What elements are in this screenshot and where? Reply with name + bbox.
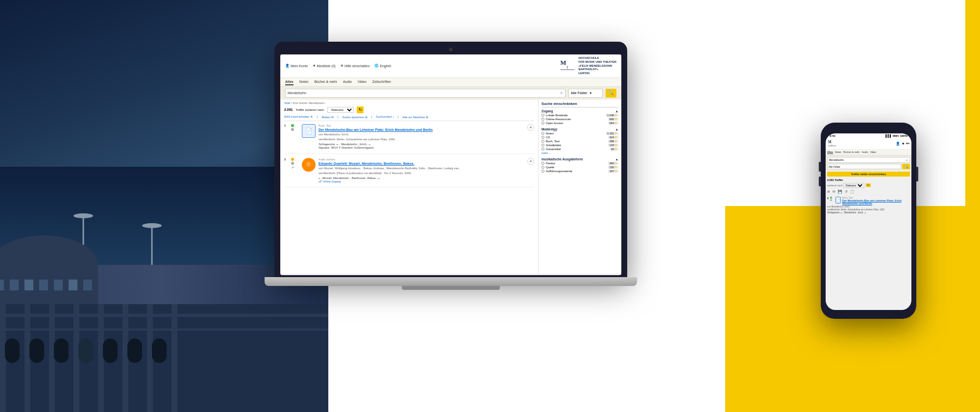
phone-nav-noten[interactable]: Noten bbox=[835, 151, 841, 154]
filter-radio-auffuehrung[interactable] bbox=[541, 170, 544, 173]
phone-sort-select[interactable]: Relevanz bbox=[843, 183, 864, 188]
filter-radio-openaccess[interactable] bbox=[541, 122, 544, 125]
bookmark-button-1[interactable]: ★ bbox=[527, 124, 534, 131]
bookmark-button-2[interactable]: ★ bbox=[527, 158, 534, 165]
filter-count-lokale: 1.430 ✕ bbox=[606, 114, 618, 117]
results-toolbar: RSS-Feed erhalten ᗑ | Mailen ✉ | Suche s… bbox=[284, 115, 534, 121]
collapse-icon-zugang[interactable]: ▲ bbox=[615, 109, 618, 113]
nav-noten[interactable]: Noten bbox=[299, 79, 309, 85]
breadcrumb-home[interactable]: Start bbox=[284, 102, 291, 104]
phone-result-1-title[interactable]: Der Mendelsohn-Bau am Lehniner Platz: Er… bbox=[842, 199, 910, 205]
svg-rect-29 bbox=[78, 338, 93, 363]
phone-search-button[interactable]: 🔍 bbox=[902, 164, 910, 169]
language-link[interactable]: 🌐 English bbox=[374, 64, 391, 68]
sort-select[interactable]: Relevanz bbox=[327, 107, 354, 113]
filter-radio-partitur[interactable] bbox=[541, 162, 544, 165]
nav-audio[interactable]: Audio bbox=[343, 79, 352, 85]
filter-count-online: 600 ✕ bbox=[608, 118, 618, 121]
search-button[interactable]: 🔍 bbox=[606, 89, 616, 98]
svg-rect-21 bbox=[74, 304, 79, 412]
phone-star-icon[interactable]: ★ bbox=[902, 142, 905, 146]
phone-refresh-icon[interactable]: ↻ bbox=[866, 183, 871, 187]
result-number-2: 2 bbox=[284, 158, 288, 183]
collapse-icon-ausgabeform[interactable]: ▲ bbox=[615, 157, 618, 161]
phone-rss-icon[interactable]: ⊕ bbox=[827, 190, 830, 194]
svg-rect-8 bbox=[0, 280, 4, 290]
filter-remove-openaccess[interactable]: ✕ bbox=[614, 122, 617, 125]
sort-label: Treffer sortieren nach: bbox=[296, 108, 325, 111]
phone-nav-audio[interactable]: Audio bbox=[862, 151, 868, 154]
phone-history-icon[interactable]: ↺ bbox=[845, 190, 848, 194]
phone-logo: M f bbox=[828, 139, 836, 148]
dropdown-icon: ▼ bbox=[589, 92, 592, 95]
phone-availability-dot bbox=[830, 197, 832, 199]
filter-radio-cd[interactable] bbox=[541, 136, 544, 139]
filter-radio-online[interactable] bbox=[541, 118, 544, 121]
phone-screen: 9:41 ▌▌▌ WiFi 100% M f 👤 ★ en bbox=[826, 133, 911, 310]
result-item-1: 1 📄 Buch, Text Der Mendelsohn-Bau am Leh… bbox=[284, 124, 534, 154]
filter-radio-noten[interactable] bbox=[541, 132, 544, 135]
phone-power-btn bbox=[916, 167, 918, 181]
phone-search-input[interactable]: Mendelsohn ✕ bbox=[827, 157, 910, 163]
phone-clear-icon[interactable]: ✕ bbox=[906, 158, 908, 162]
filter-radio-lokale[interactable] bbox=[541, 114, 544, 117]
nav-alles[interactable]: Alles bbox=[285, 79, 294, 85]
search-field-selector[interactable]: Alle Felder ▼ bbox=[568, 89, 603, 98]
filter-section-title-ausgabeform: musikalische Ausgabeform ▲ bbox=[541, 157, 618, 161]
svg-text:M: M bbox=[561, 60, 566, 67]
phone-field-selector[interactable]: Alle Felder bbox=[827, 164, 901, 169]
filter-count-schallplatte: 176 ✕ bbox=[608, 144, 618, 147]
search-history-link[interactable]: Suchverlauf ↕ bbox=[376, 115, 393, 119]
svg-rect-10 bbox=[24, 280, 33, 290]
result-1-media-icon: 📄 bbox=[302, 124, 316, 138]
clear-icon[interactable]: ✕ bbox=[560, 91, 563, 95]
filter-radio-buch[interactable] bbox=[541, 140, 544, 143]
phone-nav-alles[interactable]: Alles bbox=[827, 151, 833, 154]
link-icon: 🔗 bbox=[318, 180, 322, 183]
filter-count-quelle: 130 ✕ bbox=[608, 166, 618, 169]
mail-link[interactable]: Mailen ✉ bbox=[322, 115, 334, 119]
phone-person-icon[interactable]: 👤 bbox=[896, 142, 900, 146]
wifi-icon: WiFi bbox=[893, 134, 899, 137]
nav-buecher[interactable]: Bücher & mehr bbox=[314, 79, 337, 85]
phone-nav-video[interactable]: Video bbox=[870, 151, 876, 154]
filter-count-gesamttitel: 20 ✕ bbox=[610, 148, 618, 151]
phone-search-icon: 🔍 bbox=[904, 165, 908, 169]
add-to-watchlist-link[interactable]: Alle zur Merkliste ⊕ bbox=[402, 115, 428, 119]
nav-zeitschriften[interactable]: Zeitschriften bbox=[372, 79, 391, 85]
result-2-title[interactable]: Eduardo Quartett: Mozart, Mendelsohn, Be… bbox=[318, 162, 524, 165]
logo-area: M f HOCHSCHULE FÜR MUSIK UND THEATER »FE… bbox=[560, 56, 616, 76]
filter-radio-quelle[interactable] bbox=[541, 166, 544, 169]
svg-rect-22 bbox=[98, 304, 104, 412]
search-input[interactable]: Mendelsohn ✕ bbox=[285, 89, 565, 98]
online-access-badge[interactable]: 🔗 Online-Zugang bbox=[318, 180, 524, 183]
collapse-icon-medientyp[interactable]: ▲ bbox=[615, 128, 618, 131]
refresh-button[interactable]: ↻ bbox=[357, 106, 364, 113]
rss-link[interactable]: RSS-Feed erhalten ᗑ bbox=[284, 115, 313, 119]
person-icon: 👤 bbox=[285, 64, 290, 68]
phone-refine-button[interactable]: Treffer weiter einschränken bbox=[827, 172, 910, 177]
mehr-link[interactable]: mehr ... bbox=[541, 152, 618, 154]
svg-rect-19 bbox=[24, 304, 30, 412]
phone-save-icon[interactable]: 💾 bbox=[838, 190, 842, 194]
laptop-camera bbox=[449, 48, 453, 52]
phone-mail-icon[interactable]: ✉ bbox=[833, 190, 835, 194]
filter-radio-gesamttitel[interactable] bbox=[541, 148, 544, 151]
signal-icon: ▌▌▌ bbox=[885, 134, 892, 137]
phone-en-label[interactable]: en bbox=[906, 142, 909, 146]
phone-watchlist-icon[interactable]: 📋 bbox=[850, 190, 855, 194]
svg-rect-32 bbox=[152, 338, 167, 363]
filter-remove-online[interactable]: ✕ bbox=[614, 118, 617, 121]
result-1-title[interactable]: Der Mendelsohn-Bau am Lehniner Platz: Er… bbox=[318, 128, 524, 131]
phone-nav-buecher[interactable]: Bücher & mehr bbox=[843, 151, 859, 154]
availability-dot-grey-2 bbox=[291, 162, 294, 165]
phone-time: 9:41 bbox=[830, 134, 835, 137]
save-search-link[interactable]: Suche speichern ⊕ bbox=[343, 115, 368, 119]
help-link[interactable]: ⊕ Hilfe einschalten bbox=[341, 64, 369, 68]
nav-video[interactable]: Video bbox=[358, 79, 367, 85]
filter-row-auffuehrung: Aufführungsmaterial 107 ✕ bbox=[541, 170, 618, 173]
filter-remove-lokale[interactable]: ✕ bbox=[614, 114, 617, 117]
filter-radio-schallplatte[interactable] bbox=[541, 144, 544, 147]
my-account-link[interactable]: 👤 Mein Konto bbox=[285, 64, 308, 68]
watchlist-link[interactable]: ★ Merkliste (0) bbox=[313, 64, 336, 68]
